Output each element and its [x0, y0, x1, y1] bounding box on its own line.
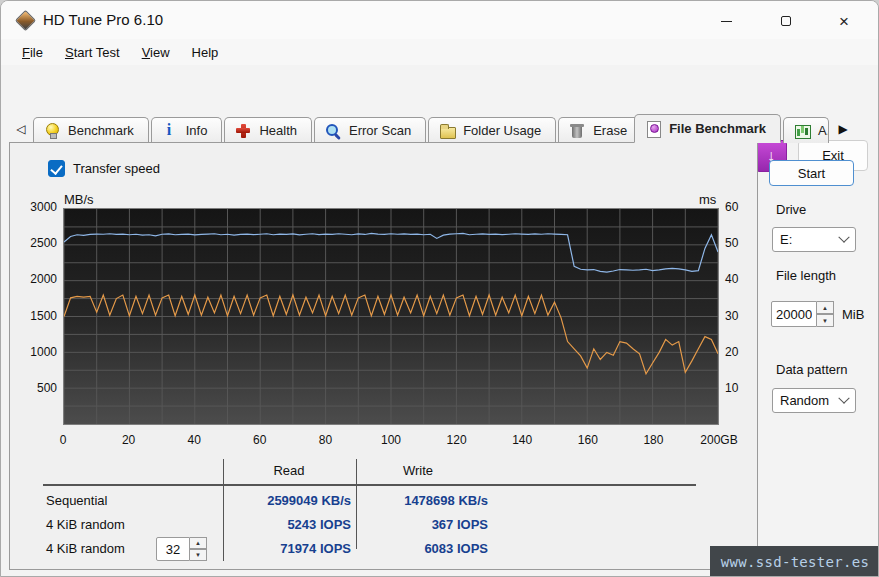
file-length-unit: MiB — [842, 307, 864, 322]
tab-info[interactable]: Info — [151, 117, 223, 143]
spin-up-button[interactable]: ▲ — [817, 301, 834, 314]
tab-folder-usage[interactable]: Folder Usage — [428, 117, 556, 143]
queue-depth-input[interactable] — [156, 537, 190, 561]
read-value: 71974 IOPS — [225, 541, 351, 556]
right-axis-tick: 10 — [725, 381, 755, 395]
tab-error-scan[interactable]: Error Scan — [314, 117, 426, 143]
close-button[interactable]: × — [824, 9, 864, 33]
hd-tune-disk-icon — [15, 10, 35, 30]
tab-health[interactable]: Health — [224, 117, 312, 143]
drive-combo[interactable]: E: — [772, 227, 856, 252]
menu-start-test-rest: tart Test — [74, 45, 120, 60]
close-icon: × — [839, 13, 849, 30]
table-divider-left — [223, 459, 224, 561]
read-value: 2599049 KB/s — [225, 493, 351, 508]
trash-icon — [569, 123, 586, 139]
queue-depth-spinner: ▲▼ — [156, 537, 207, 561]
scroll-right-icon: ▶ — [838, 122, 847, 136]
tab-label: Info — [186, 123, 208, 138]
drive-label: Drive — [776, 202, 806, 217]
spin-up-button[interactable]: ▲ — [190, 537, 207, 549]
right-axis-unit: ms — [699, 192, 716, 207]
start-button-label: Start — [798, 166, 825, 181]
spin-up-icon: ▲ — [822, 305, 828, 311]
menu-help-rest: Help — [192, 45, 219, 60]
left-axis-tick: 1000 — [15, 345, 57, 359]
transfer-speed-label: Transfer speed — [73, 161, 160, 176]
tab-benchmark[interactable]: Benchmark — [33, 117, 149, 143]
table-row: 4 KiB random5243 IOPS367 IOPS — [1, 517, 758, 537]
maximize-button[interactable] — [766, 9, 806, 33]
row-label: 4 KiB random — [46, 517, 125, 532]
file-length-spinner: ▲ ▼ MiB — [771, 301, 864, 327]
chart-bars-icon — [794, 123, 811, 139]
chevron-down-icon — [838, 231, 849, 242]
tab-label: Folder Usage — [463, 123, 541, 138]
start-button[interactable]: Start — [769, 160, 854, 186]
x-axis-tick: 60 — [236, 433, 284, 447]
x-axis-tick: 180 — [629, 433, 677, 447]
menu-view-rest: iew — [150, 45, 170, 60]
transfer-speed-option: Transfer speed — [48, 160, 160, 177]
minimize-icon — [721, 21, 732, 22]
x-axis-tick: 80 — [301, 433, 349, 447]
x-axis-tick: 200GB — [695, 433, 743, 447]
tab-label: Health — [259, 123, 297, 138]
file-length-label: File length — [776, 268, 836, 283]
left-axis-tick: 2000 — [15, 272, 57, 286]
tab-file-benchmark[interactable]: File Benchmark — [634, 114, 781, 143]
right-axis-tick: 60 — [725, 200, 755, 214]
x-axis-tick: 40 — [170, 433, 218, 447]
table-header-rule — [43, 484, 696, 486]
write-value: 1478698 KB/s — [362, 493, 488, 508]
menu-file-rest: ile — [30, 45, 43, 60]
minimize-button[interactable] — [706, 9, 746, 33]
x-axis-tick: 0 — [39, 433, 87, 447]
menu-view-mnemonic: V — [142, 45, 150, 60]
health-cross-icon — [235, 123, 252, 139]
tab-erase[interactable]: Erase — [558, 117, 642, 143]
x-axis-tick: 140 — [498, 433, 546, 447]
menu-bar: File Start Test View Help — [1, 39, 878, 65]
right-axis-tick: 50 — [725, 236, 755, 250]
file-bulb-icon — [645, 121, 662, 137]
file-length-input[interactable] — [771, 301, 817, 327]
watermark: www.ssd-tester.es — [710, 546, 879, 577]
tab-bar: ◁ BenchmarkInfoHealthError ScanFolder Us… — [9, 114, 872, 143]
data-pattern-combo[interactable]: Random — [772, 388, 856, 413]
tab-scroll-right-button[interactable]: ▶ — [831, 117, 855, 141]
spin-down-button[interactable]: ▼ — [817, 314, 834, 327]
menu-help[interactable]: Help — [181, 42, 230, 63]
chevron-down-icon — [838, 392, 849, 403]
menu-start-test[interactable]: Start Test — [54, 42, 131, 63]
read-column-header: Read — [229, 463, 349, 478]
tab-label: A. — [818, 123, 829, 138]
spin-down-button[interactable]: ▼ — [190, 549, 207, 561]
spin-down-icon: ▼ — [822, 318, 828, 324]
transfer-chart-svg — [64, 209, 718, 424]
right-axis-tick: 20 — [725, 345, 755, 359]
tab-label: File Benchmark — [669, 121, 766, 136]
transfer-speed-checkbox[interactable] — [48, 160, 65, 177]
title-bar: HD Tune Pro 6.10 × — [1, 1, 878, 39]
scroll-left-icon: ◁ — [16, 122, 25, 136]
row-label: Sequential — [46, 493, 107, 508]
x-axis-tick: 120 — [433, 433, 481, 447]
magnifier-icon — [325, 123, 342, 139]
row-label: 4 KiB random — [46, 541, 125, 556]
right-axis-tick: 30 — [725, 309, 755, 323]
table-row: Sequential2599049 KB/s1478698 KB/s — [1, 493, 758, 513]
data-pattern-label: Data pattern — [776, 362, 848, 377]
tab-a[interactable]: A. — [783, 117, 829, 143]
menu-view[interactable]: View — [131, 42, 181, 63]
write-column-header: Write — [358, 463, 478, 478]
left-axis-tick: 3000 — [15, 200, 57, 214]
maximize-icon — [781, 16, 791, 26]
menu-file[interactable]: File — [11, 42, 54, 63]
tab-scroll-left-button[interactable]: ◁ — [9, 117, 33, 141]
folder-icon — [439, 123, 456, 139]
menu-file-mnemonic: F — [22, 45, 30, 60]
left-axis-tick: 1500 — [15, 309, 57, 323]
menu-start-test-mnemonic: S — [65, 45, 74, 60]
tab-label: Error Scan — [349, 123, 411, 138]
